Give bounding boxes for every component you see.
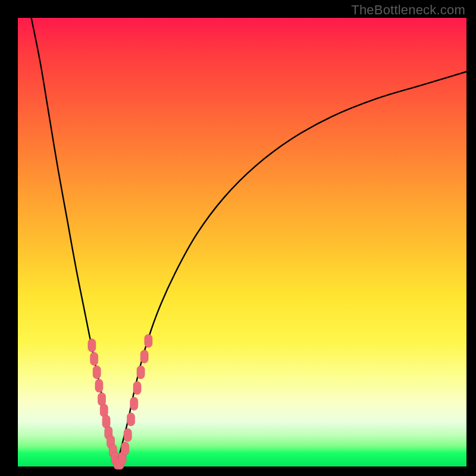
sample-marker <box>130 397 138 410</box>
sample-marker <box>88 339 96 352</box>
sample-marker <box>140 350 148 363</box>
sample-marker <box>137 366 145 379</box>
sample-marker <box>93 366 101 379</box>
outer-frame: TheBottleneck.com <box>0 0 476 476</box>
sample-marker <box>127 413 135 426</box>
marker-group <box>88 334 152 469</box>
sample-marker <box>90 352 98 365</box>
curve-group <box>32 18 466 466</box>
sample-marker <box>133 381 141 394</box>
sample-marker <box>95 379 103 392</box>
sample-marker <box>145 334 152 347</box>
sample-marker <box>124 428 131 441</box>
watermark-text: TheBottleneck.com <box>351 2 465 18</box>
curve-layer <box>18 18 466 466</box>
bottleneck-curve-right-branch <box>117 71 466 466</box>
sample-marker <box>121 442 129 455</box>
